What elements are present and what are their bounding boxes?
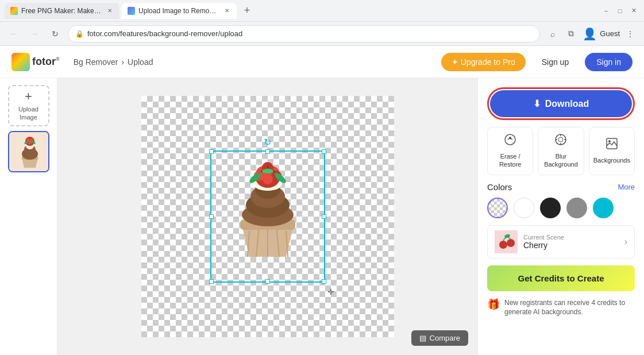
upload-image-button[interactable]: + UploadImage xyxy=(8,85,49,126)
handle-top-right[interactable] xyxy=(322,149,326,154)
add-tab-button[interactable]: + xyxy=(239,3,255,19)
scene-name-label: Current Scene xyxy=(523,234,619,241)
svg-point-10 xyxy=(28,141,32,145)
blur-background-icon xyxy=(554,133,567,149)
url-text: fotor.com/features/background-remover/up… xyxy=(87,29,242,38)
colors-section: Colors More xyxy=(487,182,635,218)
tab1-label: Free PNG Maker: Make Transpar... xyxy=(21,7,102,15)
minimize-icon[interactable]: − xyxy=(600,5,612,17)
compare-button[interactable]: ▤ Compare xyxy=(411,330,468,346)
credits-note-text: New registrants can receive 4 credits to… xyxy=(504,298,635,318)
sign-in-button[interactable]: Sign in xyxy=(585,53,633,71)
download-button[interactable]: ⬇ Download xyxy=(490,90,632,117)
breadcrumb-separator: › xyxy=(121,57,124,67)
back-button[interactable]: ← xyxy=(6,26,22,42)
handle-bottom-right[interactable] xyxy=(322,279,326,284)
scene-info: Current Scene Cherry xyxy=(523,234,619,250)
handle-right-mid[interactable] xyxy=(322,214,326,219)
user-avatar[interactable]: 👤 xyxy=(581,26,597,42)
browser-toolbar: ← → ↻ 🔒 fotor.com/features/background-re… xyxy=(0,22,644,46)
tab1-close[interactable]: ✕ xyxy=(105,6,114,16)
tab1-favicon xyxy=(10,7,18,15)
handle-top-left[interactable] xyxy=(209,149,214,154)
forward-button[interactable]: → xyxy=(26,26,43,42)
svg-rect-0 xyxy=(11,53,30,71)
backgrounds-icon xyxy=(606,137,618,153)
tool-buttons: Erase /Restore BlurBackground Background… xyxy=(487,127,635,175)
swatch-white[interactable] xyxy=(514,198,534,218)
canvas-wrapper: ↻ xyxy=(141,96,394,337)
browser-frame: Free PNG Maker: Make Transpar... ✕ Uploa… xyxy=(0,0,644,355)
upgrade-to-pro-button[interactable]: ✦ Upgrade to Pro xyxy=(441,53,526,71)
split-screen-icon[interactable]: ⧉ xyxy=(563,26,579,42)
colors-header: Colors More xyxy=(487,182,635,192)
breadcrumb-bg-remover: Bg Remover xyxy=(74,57,118,67)
credits-note: 🎁 New registrants can receive 4 credits … xyxy=(487,298,635,318)
tab2-favicon xyxy=(128,7,135,15)
cupcake-container[interactable]: ↻ xyxy=(210,151,325,283)
image-thumbnail[interactable] xyxy=(8,131,49,172)
blur-background-label: BlurBackground xyxy=(544,152,578,169)
fotor-logo-icon xyxy=(11,53,30,71)
svg-point-47 xyxy=(608,140,611,142)
breadcrumb: Bg Remover › Upload xyxy=(74,57,153,67)
more-link[interactable]: More xyxy=(618,183,635,191)
toolbar-icons: ⌕ ⧉ 👤 Guest ⋮ xyxy=(545,26,638,42)
handle-bottom-mid[interactable] xyxy=(265,279,270,284)
backgrounds-button[interactable]: Backgrounds xyxy=(589,127,635,175)
svg-point-38 xyxy=(505,134,515,145)
download-button-wrapper: ⬇ Download xyxy=(487,87,635,120)
reload-button[interactable]: ↻ xyxy=(47,26,63,42)
handle-left-mid[interactable] xyxy=(209,214,214,219)
swatch-black[interactable] xyxy=(540,198,561,218)
move-handle-icon[interactable]: ✛ xyxy=(327,287,334,296)
browser-titlebar: Free PNG Maker: Make Transpar... ✕ Uploa… xyxy=(0,0,644,22)
app-header: fotor® Bg Remover › Upload ✦ Upgrade to … xyxy=(0,46,644,78)
erase-restore-button[interactable]: Erase /Restore xyxy=(487,127,533,175)
address-bar[interactable]: 🔒 fotor.com/features/background-remover/… xyxy=(68,25,540,43)
backgrounds-label: Backgrounds xyxy=(593,156,630,164)
swatch-gray[interactable] xyxy=(566,198,587,218)
scene-arrow-icon: › xyxy=(624,237,627,247)
thumbnail-cupcake-svg xyxy=(9,132,49,172)
colors-label: Colors xyxy=(487,182,512,192)
main-layout: + UploadImage xyxy=(0,78,644,355)
fotor-logo-svg xyxy=(11,53,30,71)
upload-label: UploadImage xyxy=(18,105,38,122)
browser-menu-icon[interactable]: ⋮ xyxy=(622,26,638,42)
user-label: Guest xyxy=(600,29,620,38)
sign-up-button[interactable]: Sign up xyxy=(535,53,576,71)
gift-icon: 🎁 xyxy=(487,298,500,311)
browser-tab-2[interactable]: Upload Image to Remove Backg... ✕ xyxy=(122,3,237,19)
app-content: fotor® Bg Remover › Upload ✦ Upgrade to … xyxy=(0,46,644,355)
close-icon[interactable]: ✕ xyxy=(628,5,639,17)
svg-point-41 xyxy=(558,137,563,142)
current-scene-row[interactable]: Current Scene Cherry › xyxy=(487,225,635,258)
svg-point-50 xyxy=(507,239,515,247)
scene-name: Cherry xyxy=(523,241,619,250)
tab2-close[interactable]: ✕ xyxy=(222,6,231,16)
right-panel: ⬇ Download Erase /Restore xyxy=(477,78,644,355)
download-label: Download xyxy=(545,99,589,109)
handle-top-mid[interactable] xyxy=(265,149,270,154)
rotate-handle[interactable]: ↻ xyxy=(264,137,271,148)
browser-tab-1[interactable]: Free PNG Maker: Make Transpar... ✕ xyxy=(5,3,119,19)
upload-plus-icon: + xyxy=(25,90,32,103)
blur-background-button[interactable]: BlurBackground xyxy=(538,127,584,175)
tab2-label: Upload Image to Remove Backg... xyxy=(138,7,219,15)
swatch-cyan[interactable] xyxy=(593,198,614,218)
get-credits-button[interactable]: Get Credits to Create xyxy=(487,265,635,291)
swatch-transparent[interactable] xyxy=(487,198,508,218)
compare-label: Compare xyxy=(430,334,460,342)
download-icon: ⬇ xyxy=(533,98,541,109)
color-swatches xyxy=(487,198,635,218)
lock-icon: 🔒 xyxy=(75,30,84,38)
erase-restore-icon xyxy=(504,133,516,149)
search-icon[interactable]: ⌕ xyxy=(545,26,561,42)
maximize-icon[interactable]: □ xyxy=(614,5,626,17)
handle-bottom-left[interactable] xyxy=(209,279,214,284)
svg-point-39 xyxy=(509,137,511,139)
fotor-logo: fotor® xyxy=(11,53,60,71)
compare-icon: ▤ xyxy=(419,334,426,342)
window-controls: − □ ✕ xyxy=(600,5,639,17)
